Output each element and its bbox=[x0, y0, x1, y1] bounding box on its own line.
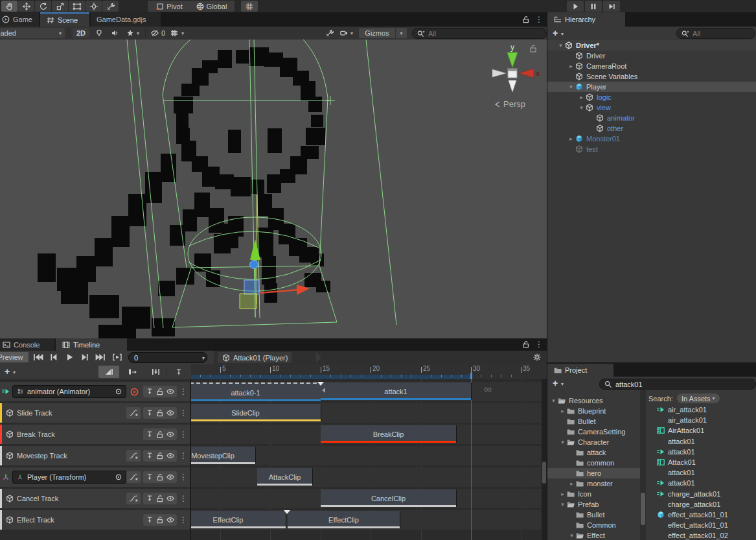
project-folder-attack[interactable]: attack bbox=[547, 447, 640, 458]
eye-icon[interactable] bbox=[166, 494, 175, 503]
track-header-player-transform-[interactable]: Player (Transform)⋮ bbox=[0, 467, 190, 487]
eye-icon[interactable] bbox=[166, 387, 175, 396]
project-folder-camerasetting[interactable]: CameraSetting bbox=[547, 427, 640, 437]
move-tool-button[interactable] bbox=[18, 1, 34, 12]
track-header-animator-animator-[interactable]: animator (Animator)⋮ bbox=[0, 382, 190, 401]
result-air-attack01[interactable]: air_attack01 bbox=[646, 415, 756, 425]
result-charge-attack01[interactable]: charge_attack01 bbox=[646, 499, 756, 510]
create-object-chevron-icon[interactable]: ▾ bbox=[561, 31, 564, 37]
hierarchy-item-other[interactable]: other bbox=[547, 123, 756, 134]
lock-open-icon[interactable] bbox=[521, 15, 531, 24]
disclosure-right-icon[interactable]: ▸ bbox=[568, 480, 575, 487]
track-menu-icon[interactable]: ⋮ bbox=[179, 494, 187, 503]
lock-open-icon[interactable] bbox=[155, 473, 165, 482]
project-folder-effect[interactable]: ▾Effect bbox=[547, 530, 640, 540]
scene-viewport[interactable]: y x Persp bbox=[0, 40, 547, 338]
disclosure-down-icon[interactable]: ▾ bbox=[550, 397, 557, 404]
frame-field[interactable]: 0 bbox=[128, 352, 207, 363]
result-effect-attack01-01[interactable]: effect_attack01_01 bbox=[646, 510, 756, 520]
hierarchy-item-test[interactable]: test bbox=[547, 144, 756, 154]
tab-gamedata-gdjs[interactable]: GameData.gdjs bbox=[91, 12, 161, 27]
track-name-field[interactable]: animator (Animator) bbox=[12, 385, 126, 398]
lock-open-icon[interactable] bbox=[155, 387, 165, 396]
clip-breakclip[interactable]: BreakClip bbox=[321, 425, 457, 443]
clip-attack1[interactable]: attack1 bbox=[321, 382, 472, 400]
disclosure-right-icon[interactable]: ▸ bbox=[567, 63, 575, 69]
track-header-movestep-track[interactable]: Movestep Track⋮ bbox=[0, 446, 190, 465]
pivot-toggle-button[interactable]: Pivot bbox=[148, 1, 190, 12]
custom-tools-tool-button[interactable] bbox=[102, 1, 119, 12]
project-folder-resources[interactable]: ▾Resources bbox=[547, 395, 640, 406]
lock-open-icon[interactable] bbox=[155, 494, 165, 503]
results-scope-dropdown[interactable]: In Assets▾ bbox=[677, 393, 720, 403]
disclosure-down-icon[interactable]: ▾ bbox=[568, 532, 575, 539]
disclosure-down-icon[interactable]: ▾ bbox=[578, 104, 585, 111]
eye-icon[interactable] bbox=[166, 430, 175, 439]
curves-toggle-button[interactable] bbox=[126, 407, 141, 419]
hierarchy-search-input[interactable]: All bbox=[676, 28, 755, 39]
track-header-slide-track[interactable]: Slide Track⋮ bbox=[0, 403, 190, 423]
track-menu-icon[interactable]: ⋮ bbox=[179, 408, 187, 417]
timeline-ruler[interactable]: 5101520253035 bbox=[191, 364, 547, 380]
project-search-input[interactable]: attack01 bbox=[599, 379, 756, 390]
pin-icon[interactable] bbox=[145, 473, 154, 482]
edit-mode-mix-button[interactable] bbox=[98, 366, 119, 378]
edit-mode-replace-button[interactable] bbox=[145, 366, 166, 378]
eye-icon[interactable] bbox=[166, 451, 175, 460]
result-attack01[interactable]: attack01 bbox=[646, 467, 756, 478]
eye-icon[interactable] bbox=[166, 473, 175, 482]
scene-fx-icon[interactable] bbox=[126, 29, 135, 38]
scene-audio-icon[interactable] bbox=[110, 29, 119, 38]
rotate-tool-button[interactable] bbox=[35, 1, 51, 12]
track-header-cancel-track[interactable]: Cancel Track⋮ bbox=[0, 489, 190, 508]
scrollbar-thumb[interactable] bbox=[542, 462, 546, 484]
global-toggle-button[interactable]: Global bbox=[188, 1, 235, 12]
grid-visibility-icon[interactable] bbox=[170, 29, 179, 38]
disclosure-down-icon[interactable]: ▾ bbox=[559, 501, 566, 508]
hierarchy-item-animator[interactable]: animator bbox=[547, 113, 756, 123]
create-object-button[interactable]: + bbox=[553, 29, 558, 38]
goto-end-button[interactable] bbox=[93, 352, 108, 362]
play-button[interactable] bbox=[62, 352, 76, 362]
pin-icon[interactable] bbox=[145, 451, 154, 460]
tab-hierarchy[interactable]: Hierarchy bbox=[547, 12, 625, 27]
project-tree-scrollbar[interactable] bbox=[640, 390, 646, 540]
track-menu-icon[interactable]: ⋮ bbox=[179, 451, 187, 460]
scene-panel-menu-icon[interactable]: ⋮ bbox=[535, 15, 543, 24]
scale-tool-button[interactable] bbox=[52, 1, 68, 12]
duration-end-marker[interactable] bbox=[470, 373, 472, 379]
hierarchy-item-driver[interactable]: Driver bbox=[547, 51, 756, 61]
project-folder-common[interactable]: Common bbox=[547, 520, 640, 530]
timeline-vscrollbar[interactable] bbox=[542, 379, 547, 540]
gizmos-chevron-button[interactable]: ▾ bbox=[396, 28, 407, 38]
track-name-field[interactable]: Player (Transform) bbox=[12, 471, 126, 484]
hidden-objects-icon[interactable] bbox=[150, 29, 159, 38]
clip-boundary-marker[interactable] bbox=[284, 510, 290, 514]
shading-mode-dropdown[interactable]: Shaded▾ bbox=[0, 28, 65, 38]
pause-button[interactable] bbox=[585, 1, 602, 12]
grid-chevron-icon[interactable]: ▾ bbox=[181, 30, 184, 36]
track-header-break-track[interactable]: Break Track⋮ bbox=[0, 425, 190, 444]
next-frame-button[interactable] bbox=[78, 352, 92, 362]
project-folder-common[interactable]: common bbox=[547, 458, 640, 468]
result-attack01[interactable]: attack01 bbox=[646, 447, 756, 457]
previous-frame-button[interactable] bbox=[47, 352, 61, 362]
disclosure-right-icon[interactable]: ▸ bbox=[559, 408, 566, 414]
result-air-attack01[interactable]: air_attack01 bbox=[646, 405, 756, 415]
track-menu-icon[interactable]: ⋮ bbox=[179, 387, 187, 396]
step-button[interactable] bbox=[603, 1, 620, 12]
hierarchy-item-driver-[interactable]: ▾Driver* bbox=[547, 40, 756, 51]
curves-toggle-button[interactable] bbox=[126, 493, 141, 504]
tab-console[interactable]: Console bbox=[0, 338, 54, 351]
record-button[interactable] bbox=[128, 386, 141, 397]
track-menu-icon[interactable]: ⋮ bbox=[179, 473, 187, 482]
object-picker-icon[interactable] bbox=[114, 473, 123, 482]
clip-boundary-marker[interactable] bbox=[317, 382, 324, 386]
lock-open-icon[interactable] bbox=[155, 451, 165, 460]
clip-movestepclip[interactable]: MovestepClip bbox=[191, 447, 256, 464]
fx-chevron-icon[interactable]: ▾ bbox=[137, 30, 139, 36]
disclosure-down-icon[interactable]: ▾ bbox=[567, 84, 575, 90]
result-effect-attack01-02[interactable]: effect_attack01_02 bbox=[646, 530, 756, 540]
object-picker-icon[interactable] bbox=[114, 387, 123, 396]
scene-light-icon[interactable] bbox=[95, 29, 104, 38]
